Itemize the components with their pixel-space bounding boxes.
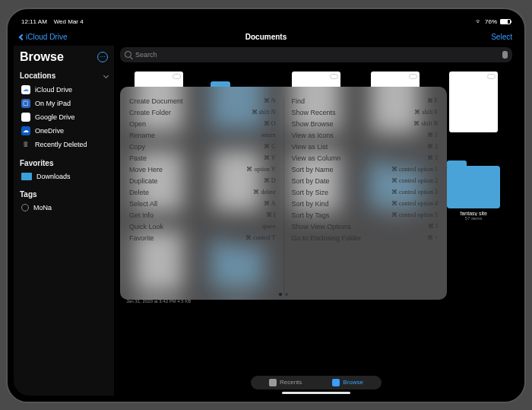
shortcut-label: Show Recents [292,109,336,116]
shortcut-key: ⌘ 2 [427,143,438,150]
shortcut-label: View as Icons [292,132,334,139]
sidebar-item-icloud[interactable]: ☁iCloud Drive [20,83,108,97]
shortcut-key: ⌘ control option 4 [391,200,438,207]
shortcut-label: Favorite [129,234,154,242]
file-meta: 57 items [465,216,483,221]
shortcut-key: ⌘ control option 2 [391,177,438,184]
favorites-header[interactable]: Favorites [20,159,108,167]
cloud-download-icon [409,74,417,79]
shortcut-key: ⌘ A [264,200,275,207]
wifi-icon: ᯤ [476,18,482,25]
ipad-icon: ▢ [21,99,30,108]
battery-icon [500,19,511,24]
file-item[interactable]: fantasy site57 items [436,151,511,224]
shortcut-row: Sort by Kind⌘ control option 4 [292,200,439,208]
shortcut-row: Delete⌘ delete [129,189,276,196]
shortcut-key: ⌘ control option 3 [391,189,438,195]
shortcut-key: ⌘ F [427,97,438,104]
shortcut-row: Select All⌘ A [129,200,276,208]
shortcut-key: space [262,223,276,230]
clock-icon [269,379,277,386]
shortcut-label: Sort by Tags [292,211,330,219]
shortcut-label: Sort by Name [292,166,334,173]
locations-header[interactable]: Locations [20,72,108,80]
sidebar-item-recently-deleted[interactable]: 🗑Recently Deleted [20,138,108,151]
home-indicator[interactable] [282,392,350,394]
sidebar-title: Browse [20,50,64,64]
folder-icon [21,173,32,180]
search-icon [125,51,131,58]
shortcut-label: Show Browse [292,120,334,128]
shortcut-row: Go to Enclosing Folder⌘ ↑ [292,234,439,242]
shortcut-key: ⌘ 1 [427,132,438,138]
shortcut-row: Paste⌘ V [129,154,276,162]
shortcut-key: ⌘ shift N [252,109,276,116]
shortcut-label: View as List [292,143,328,151]
shortcut-label: Duplicate [129,177,158,185]
search-placeholder: Search [135,51,499,59]
chevron-down-icon [103,72,109,78]
tab-recents[interactable]: Recents [269,379,302,386]
screen: 12:11 AM Wed Mar 4 ᯤ 76% iCloud Drive Do… [14,15,518,396]
cloud-download-icon [173,74,181,79]
tags-header[interactable]: Tags [20,190,108,199]
tag-icon [21,204,29,211]
shortcut-label: Go to Enclosing Folder [292,234,362,242]
shortcut-label: Rename [129,132,155,139]
shortcut-key: ⌘ I [266,211,276,218]
shortcut-row: Create Document⌘ N [129,97,276,105]
keyboard-shortcuts-overlay: Create Document⌘ NCreate Folder⌘ shift N… [120,87,447,300]
tab-browse[interactable]: Browse [332,379,363,386]
shortcut-row: Renamereturn [129,132,276,139]
shortcut-key: ⌘ V [264,154,276,161]
gdrive-icon: △ [21,113,30,122]
shortcut-row: Duplicate⌘ D [129,177,276,185]
shortcut-label: Open [129,120,146,128]
shortcut-row: Sort by Size⌘ control option 3 [292,189,439,196]
select-button[interactable]: Select [491,33,512,41]
shortcut-label: Create Folder [129,109,171,116]
battery-pct: 76% [485,18,497,25]
shortcut-row: Show View Options⌘ J [292,223,439,230]
shortcut-key: ⌘ C [264,143,275,150]
document-thumb [449,72,498,132]
shortcut-key: ⌘ ↑ [427,234,438,241]
trash-icon: 🗑 [21,140,30,149]
shortcut-row: Sort by Tags⌘ control option 5 [292,211,439,219]
pager-dots [279,293,288,296]
shortcut-key: ⌘ O [264,120,276,127]
search-input[interactable]: Search [120,47,512,62]
shortcut-row: Favorite⌘ control T [129,234,276,242]
sidebar-item-onedrive[interactable]: ☁OneDrive [20,124,108,138]
shortcut-row: Quick Lookspace [129,223,276,230]
sidebar-item-tag-mona[interactable]: MoNa [20,202,108,214]
sidebar-item-downloads[interactable]: Downloads [20,170,108,183]
ipad-frame: 12:11 AM Wed Mar 4 ᯤ 76% iCloud Drive Do… [6,8,526,403]
shortcut-row: Sort by Name⌘ control option 1 [292,166,439,173]
shortcut-label: Sort by Kind [292,200,329,208]
cloud-download-icon [487,74,496,79]
top-nav: iCloud Drive Documents Select [14,29,518,46]
shortcut-key: ⌘ control option 5 [391,211,438,218]
shortcut-key: ⌘ D [264,177,276,184]
status-bar: 12:11 AM Wed Mar 4 ᯤ 76% [14,15,518,29]
icloud-icon: ☁ [21,85,30,94]
cloud-download-icon [330,74,338,79]
mic-icon[interactable] [502,51,508,59]
shortcut-row: Sort by Date⌘ control option 2 [292,177,439,185]
more-icon[interactable]: ⋯ [97,52,108,62]
shortcut-row: Open⌘ O [129,120,276,128]
shortcut-row: Find⌘ F [292,97,439,105]
shortcut-row: Move Here⌘ option V [129,166,276,173]
back-button[interactable]: iCloud Drive [20,33,67,41]
file-item[interactable] [436,72,511,145]
sidebar: Browse ⋯ Locations ☁iCloud Drive ▢On My … [14,46,114,396]
shortcut-key: ⌘ N [264,97,276,104]
shortcut-row: View as Icons⌘ 1 [292,132,439,139]
sidebar-item-onmyipad[interactable]: ▢On My iPad [20,97,108,110]
sidebar-item-gdrive[interactable]: △Google Drive [20,110,108,124]
status-date: Wed Mar 4 [54,18,84,25]
page-title: Documents [245,33,287,41]
shortcut-key: ⌘ control option 1 [391,166,438,173]
shortcut-key: ⌘ option V [246,166,275,173]
